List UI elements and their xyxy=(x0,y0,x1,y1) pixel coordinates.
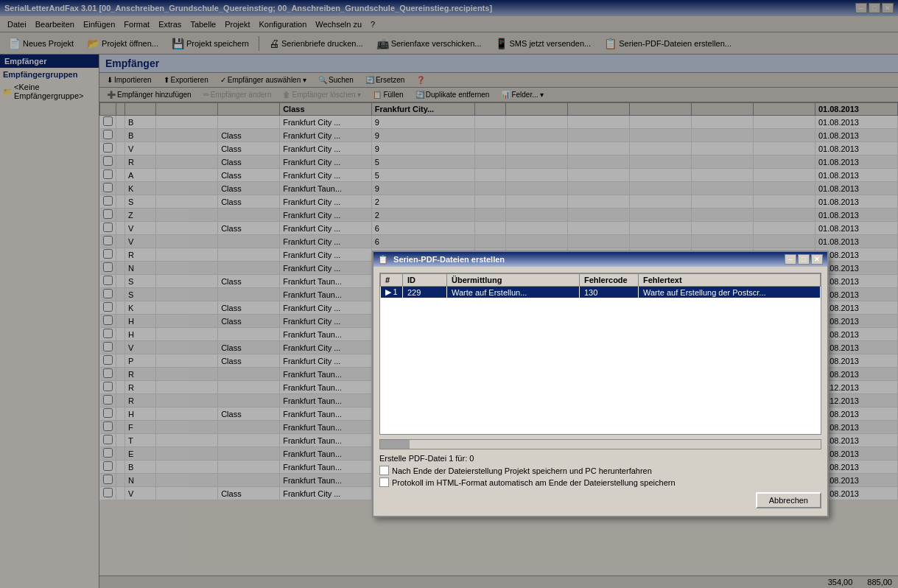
modal-col-id: ID xyxy=(403,274,447,287)
modal-checkbox-1[interactable] xyxy=(379,466,389,475)
modal-col-fehlertext: Fehlertext xyxy=(639,274,821,287)
modal-row-indicator: ▶ 1 xyxy=(381,287,403,298)
modal-row-uebermittlung: Warte auf Erstellun... xyxy=(447,287,580,298)
modal-window-buttons: ─ □ ✕ xyxy=(785,254,823,265)
modal-content: # ID Übermittlung Fehlercode Fehlertext … xyxy=(373,267,827,516)
modal-row-fehlertext: Warte auf Erstellung der Postscr... xyxy=(639,287,821,298)
modal-scrollbar[interactable] xyxy=(379,439,821,449)
modal-col-num: # xyxy=(381,274,403,287)
modal-checkbox-row-1: Nach Ende der Dateierstellung Projekt sp… xyxy=(379,466,821,475)
modal-checkbox-2-label: Protokoll im HTML-Format automatisch am … xyxy=(392,478,676,487)
modal-title-bar: 📋 Serien-PDF-Dateien erstellen ─ □ ✕ xyxy=(373,252,827,267)
modal-table-row[interactable]: ▶ 1 229 Warte auf Erstellun... 130 Warte… xyxy=(381,287,821,298)
modal-row-fehlercode: 130 xyxy=(580,287,639,298)
modal-col-fehlercode: Fehlercode xyxy=(580,274,639,287)
modal-title-text: Serien-PDF-Dateien erstellen xyxy=(393,255,505,264)
modal-status-table: # ID Übermittlung Fehlercode Fehlertext … xyxy=(380,273,821,298)
modal-dialog: 📋 Serien-PDF-Dateien erstellen ─ □ ✕ # I… xyxy=(372,251,829,517)
modal-minimize-button[interactable]: ─ xyxy=(785,254,796,265)
modal-title-icon: 📋 xyxy=(378,255,388,264)
modal-progress-text: Erstelle PDF-Datei 1 für: 0 xyxy=(379,454,821,463)
modal-checkbox-row-2: Protokoll im HTML-Format automatisch am … xyxy=(379,477,821,487)
modal-footer: Abbrechen xyxy=(379,489,821,510)
modal-title-content: 📋 Serien-PDF-Dateien erstellen xyxy=(378,255,505,265)
modal-row-id: 229 xyxy=(403,287,447,298)
modal-close-button[interactable]: ✕ xyxy=(811,254,823,265)
modal-scrollbar-thumb xyxy=(380,440,410,449)
modal-overlay: 📋 Serien-PDF-Dateien erstellen ─ □ ✕ # I… xyxy=(0,0,898,588)
modal-cancel-button[interactable]: Abbrechen xyxy=(756,492,821,508)
modal-table-container[interactable]: # ID Übermittlung Fehlercode Fehlertext … xyxy=(379,273,821,435)
modal-checkbox-1-label: Nach Ende der Dateierstellung Projekt sp… xyxy=(392,466,652,475)
modal-maximize-button[interactable]: □ xyxy=(798,254,810,265)
modal-checkbox-2[interactable] xyxy=(379,477,389,487)
modal-col-uebermittlung: Übermittlung xyxy=(447,274,580,287)
